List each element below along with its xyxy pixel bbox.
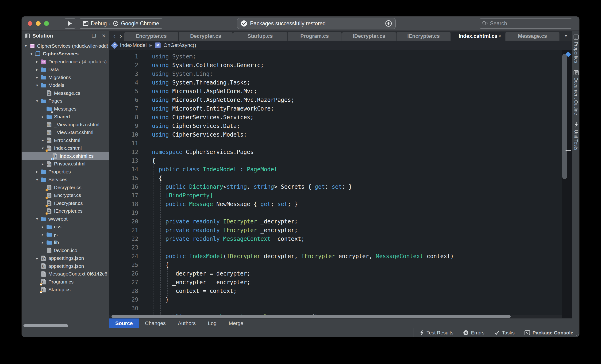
code-line[interactable]: 27 _encrypter = encrypter; <box>109 278 572 287</box>
tab-scroll-right-icon[interactable]: › <box>118 32 124 41</box>
code-line[interactable]: 7using Microsoft.EntityFrameworkCore; <box>109 104 572 113</box>
resize-grip[interactable] <box>575 333 579 336</box>
code-line[interactable]: 21 private readonly IEncrypter _encrypte… <box>109 226 572 235</box>
chevron-right-icon[interactable]: ▸ <box>40 240 46 245</box>
chevron-right-icon[interactable]: ▸ <box>40 225 46 229</box>
chevron-down-icon[interactable]: ▾ <box>34 177 40 182</box>
status-item-tasks[interactable]: Tasks <box>494 330 515 336</box>
tree-item-privacy-cshtml[interactable]: ▸cssPrivacy.cshtml <box>22 160 109 168</box>
tree-item-viewstart-cshtml[interactable]: css_ViewStart.cshtml <box>22 129 109 137</box>
code-line[interactable]: 6using Microsoft.AspNetCore.Mvc.RazorPag… <box>109 96 572 104</box>
tree-item-appsettings-json[interactable]: ▸{}appsettings.json <box>22 254 109 262</box>
expand-up-icon[interactable] <box>385 20 392 27</box>
tree-item-properties[interactable]: ▸Properties <box>22 168 109 176</box>
tree-item-index-cshtml-cs[interactable]: {}Index.cshtml.cs <box>22 152 109 160</box>
tree-item-cipherservices[interactable]: ▾CipherServices <box>22 50 109 58</box>
tree-item-services[interactable]: ▾Services <box>22 176 109 184</box>
code-line[interactable]: 3using System.Linq; <box>109 70 572 79</box>
code-line[interactable]: 22 private readonly MessageContext _cont… <box>109 235 572 243</box>
tool-tab-unit-tests[interactable]: Unit Tests <box>573 122 579 150</box>
tree-horizontal-scrollbar-thumb[interactable] <box>23 324 68 327</box>
editor-tab-index-cshtml-cs[interactable]: Index.cshtml.cs× <box>451 32 505 41</box>
chevron-right-icon[interactable]: ▸ <box>40 138 46 142</box>
tree-item-pages[interactable]: ▾Pages <box>22 97 109 105</box>
tree-item-viewimports-cshtml[interactable]: css_ViewImports.cshtml <box>22 121 109 129</box>
tree-item-encrypter-cs[interactable]: {}Encrypter.cs <box>22 191 109 199</box>
tree-item-dependencies[interactable]: ▸Dependencies(4 updates) <box>22 58 109 66</box>
tree-item-models[interactable]: ▾Models <box>22 81 109 89</box>
code-line[interactable]: 11 <box>109 139 572 148</box>
code-line[interactable]: 15 { <box>109 174 572 183</box>
code-line[interactable]: 5using Microsoft.AspNetCore.Mvc; <box>109 87 572 96</box>
editor-tab-decrypter-cs[interactable]: Decrypter.cs <box>179 32 233 41</box>
code-line[interactable]: 14 public class IndexModel : PageModel <box>109 165 572 174</box>
tree-item-decrypter-cs[interactable]: {}Decrypter.cs <box>22 184 109 191</box>
minimize-button[interactable] <box>36 21 41 26</box>
code-line[interactable]: 2using System.Collections.Generic; <box>109 61 572 70</box>
tree-item-js[interactable]: ▸js <box>22 231 109 239</box>
tree-item-messagecontext-0f6142c6-939d[interactable]: MessageContext-0f6142c6-939d- <box>22 270 109 278</box>
horizontal-scrollbar-thumb[interactable] <box>111 315 511 318</box>
tree-item-message-cs[interactable]: {}Message.cs <box>22 89 109 97</box>
code-line[interactable]: 18 public Message NewMessage { get; set;… <box>109 200 572 209</box>
chevron-down-icon[interactable]: ▾ <box>23 44 29 48</box>
code-line[interactable]: 30 <box>109 304 572 313</box>
tree-item-messages[interactable]: Messages <box>22 105 109 113</box>
code-line[interactable]: 12namespace CipherServices.Pages <box>109 148 572 157</box>
tree-item-lib[interactable]: ▸lib <box>22 239 109 247</box>
tree-item-css[interactable]: ▸css <box>22 223 109 231</box>
tool-tab-document-outline[interactable]: Document Outline <box>573 70 579 115</box>
code-line[interactable]: 16 public Dictionary<string, string> Sec… <box>109 183 572 191</box>
code-line[interactable]: 26 _decrypter = decrypter; <box>109 269 572 278</box>
tool-tab-properties[interactable]: Properties <box>573 35 579 63</box>
editor-tab-message-cs[interactable]: Message.cs <box>505 32 560 41</box>
code-line[interactable]: 10using CipherServices.Models; <box>109 130 572 139</box>
editor-tab-idecrypter-cs[interactable]: IDecrypter.cs <box>342 32 396 41</box>
editor-tab-encrypter-cs[interactable]: Encrypter.cs <box>124 32 178 41</box>
code-line[interactable]: 1using System; <box>109 52 572 61</box>
chevron-right-icon[interactable]: ▸ <box>34 169 40 174</box>
tree-item-wwwroot[interactable]: ▾wwwroot <box>22 215 109 223</box>
tree-item-startup-cs[interactable]: {}Startup.cs <box>22 286 109 294</box>
tree-item-appsettings-json[interactable]: {}appsettings.json <box>22 262 109 270</box>
tree-item-index-cshtml[interactable]: ▾cssIndex.cshtml <box>22 144 109 152</box>
close-icon[interactable]: × <box>498 33 501 39</box>
code-line[interactable]: 17 [BindProperty] <box>109 191 572 200</box>
breadcrumb-method[interactable]: OnGetAsync() <box>163 42 196 48</box>
code-line[interactable]: 28 _context = context; <box>109 287 572 295</box>
code-line[interactable]: 4using System.Threading.Tasks; <box>109 79 572 87</box>
code-line[interactable]: 13{ <box>109 157 572 165</box>
code-line[interactable]: 23 <box>109 243 572 252</box>
vertical-scrollbar-thumb[interactable] <box>562 54 567 179</box>
bottom-tab-source[interactable]: Source <box>109 318 139 328</box>
chevron-right-icon[interactable]: ▸ <box>40 115 46 119</box>
code-line[interactable]: 9using CipherServices.Data; <box>109 122 572 130</box>
tree-item-migrations[interactable]: ▸Migrations <box>22 73 109 81</box>
close-panel-icon[interactable]: ✕ <box>102 33 106 39</box>
bottom-tab-changes[interactable]: Changes <box>139 318 172 328</box>
tree-item-iencrypter-cs[interactable]: {}IEncrypter.cs <box>22 207 109 215</box>
breadcrumb-class[interactable]: IndexModel <box>120 42 147 48</box>
chevron-right-icon[interactable]: ▸ <box>40 162 46 166</box>
run-button[interactable] <box>64 18 76 29</box>
tree-item-favicon-ico[interactable]: favicon.ico <box>22 246 109 254</box>
chevron-down-icon[interactable]: ▾ <box>34 83 40 88</box>
chevron-right-icon[interactable]: ▸ <box>34 59 40 64</box>
status-item-errors[interactable]: Errors <box>463 330 484 336</box>
code-line[interactable]: 8using CipherServices.Services; <box>109 113 572 122</box>
zoom-button[interactable] <box>44 21 49 26</box>
bottom-tab-authors[interactable]: Authors <box>172 318 202 328</box>
chevron-down-icon[interactable]: ▾ <box>29 52 34 56</box>
code-line[interactable]: 29 } <box>109 295 572 304</box>
chevron-down-icon[interactable]: ▾ <box>40 146 46 150</box>
float-panel-icon[interactable]: ❐ <box>92 33 96 39</box>
bottom-tab-merge[interactable]: Merge <box>222 318 249 328</box>
tree-item-error-cshtml[interactable]: ▸cssError.cshtml <box>22 136 109 144</box>
status-item-package-console[interactable]: Package Console <box>524 330 573 336</box>
run-configuration-selector[interactable]: Debug › Google Chrome <box>79 18 163 29</box>
chevron-right-icon[interactable]: ▸ <box>34 67 40 72</box>
tree-item-data[interactable]: ▸Data <box>22 66 109 74</box>
code-line[interactable]: 25 { <box>109 261 572 269</box>
tree-item-cipherservices-nduckwiler-add[interactable]: ▾CipherServices (nduckwiler-add) <box>22 42 109 50</box>
code-editor[interactable]: 1using System;2using System.Collections.… <box>109 50 572 318</box>
